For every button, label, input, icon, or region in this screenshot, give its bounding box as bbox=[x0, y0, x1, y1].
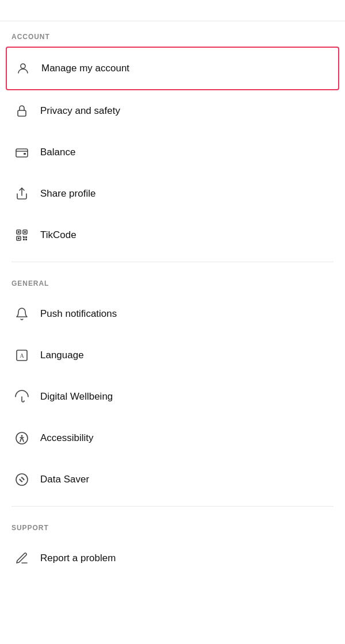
language-icon: A bbox=[12, 345, 32, 366]
header bbox=[0, 0, 345, 21]
lock-icon bbox=[12, 101, 32, 121]
wallet-icon bbox=[12, 142, 32, 163]
svg-rect-9 bbox=[24, 231, 26, 233]
accessibility-icon bbox=[12, 428, 32, 448]
menu-item-report-problem[interactable]: Report a problem bbox=[0, 538, 345, 579]
divider-0 bbox=[12, 262, 334, 262]
share-icon bbox=[12, 183, 32, 204]
menu-item-label-report-problem: Report a problem bbox=[40, 553, 116, 564]
menu-item-label-share-profile: Share profile bbox=[40, 188, 95, 200]
menu-item-label-balance: Balance bbox=[40, 147, 75, 158]
menu-item-balance[interactable]: Balance bbox=[0, 132, 345, 173]
menu-item-label-language: Language bbox=[40, 350, 84, 361]
person-icon bbox=[13, 58, 33, 79]
svg-point-19 bbox=[21, 435, 23, 437]
section-account: ACCOUNTManage my accountPrivacy and safe… bbox=[0, 21, 345, 256]
menu-item-label-tikcode: TikCode bbox=[40, 229, 76, 241]
menu-item-label-privacy-safety: Privacy and safety bbox=[40, 105, 120, 117]
svg-rect-14 bbox=[23, 239, 25, 240]
svg-rect-10 bbox=[18, 237, 20, 239]
umbrella-icon bbox=[12, 386, 32, 407]
menu-item-tikcode[interactable]: TikCode bbox=[0, 214, 345, 256]
section-label-2: SUPPORT bbox=[0, 512, 345, 538]
svg-text:A: A bbox=[20, 352, 24, 359]
datasaver-icon bbox=[12, 469, 32, 490]
menu-item-share-profile[interactable]: Share profile bbox=[0, 173, 345, 214]
qr-icon bbox=[12, 225, 32, 246]
svg-rect-12 bbox=[23, 236, 25, 238]
section-label-1: GENERAL bbox=[0, 268, 345, 293]
section-label-0: ACCOUNT bbox=[0, 21, 345, 47]
svg-rect-13 bbox=[25, 236, 27, 238]
section-general: GENERALPush notificationsALanguageDigita… bbox=[0, 268, 345, 500]
menu-item-manage-account[interactable]: Manage my account bbox=[6, 47, 339, 90]
svg-rect-1 bbox=[18, 110, 26, 116]
svg-rect-3 bbox=[24, 153, 26, 155]
menu-item-label-push-notifications: Push notifications bbox=[40, 308, 117, 320]
divider-1 bbox=[12, 506, 334, 507]
section-support: SUPPORTReport a problem bbox=[0, 512, 345, 579]
menu-item-push-notifications[interactable]: Push notifications bbox=[0, 293, 345, 335]
edit-icon bbox=[12, 548, 32, 569]
svg-rect-15 bbox=[25, 239, 27, 240]
svg-point-0 bbox=[21, 64, 25, 68]
menu-item-data-saver[interactable]: Data Saver bbox=[0, 459, 345, 500]
bell-icon bbox=[12, 304, 32, 324]
menu-item-label-data-saver: Data Saver bbox=[40, 474, 89, 485]
menu-item-digital-wellbeing[interactable]: Digital Wellbeing bbox=[0, 376, 345, 417]
menu-item-label-digital-wellbeing: Digital Wellbeing bbox=[40, 391, 113, 402]
menu-item-accessibility[interactable]: Accessibility bbox=[0, 417, 345, 459]
menu-item-privacy-safety[interactable]: Privacy and safety bbox=[0, 90, 345, 132]
svg-rect-8 bbox=[18, 231, 20, 233]
menu-item-label-accessibility: Accessibility bbox=[40, 432, 94, 444]
svg-rect-2 bbox=[16, 149, 28, 157]
menu-item-language[interactable]: ALanguage bbox=[0, 335, 345, 376]
menu-item-label-manage-account: Manage my account bbox=[41, 63, 129, 74]
